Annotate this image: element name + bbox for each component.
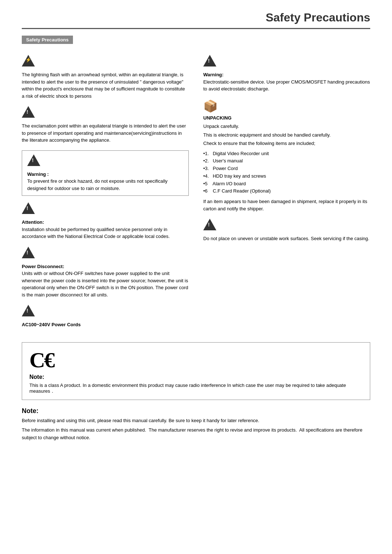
- attention-text: Installation should be performed by qual…: [22, 227, 170, 239]
- list-item: •6 C.F Card Reader (Optional): [203, 187, 370, 195]
- exclamation-triangle-icon-2: [27, 154, 40, 166]
- list-item: •5 Alarm I/O board: [203, 180, 370, 188]
- section-unstable-surface: Do not place on uneven or unstable work …: [203, 219, 370, 242]
- list-item: •2. User's manual: [203, 157, 370, 165]
- section-power-disconnect: Power Disconnect: Units with or without …: [22, 247, 189, 299]
- lightning-triangle-icon: [22, 55, 35, 66]
- ce-note-label: Note:: [29, 374, 363, 380]
- section-exclamation-text: The exclamation point within an equilate…: [22, 122, 189, 144]
- section-esd-warning: Warning: Electrostatic-sensitive device.…: [203, 55, 370, 93]
- unpacking-line2: This is electronic equipment and should …: [203, 132, 370, 139]
- section-ac-power: AC100~240V Power Cords: [22, 305, 189, 328]
- ce-note-text: This is a class A product. In a domestic…: [29, 383, 363, 395]
- unstable-surface-text: Do not place on uneven or unstable work …: [203, 235, 370, 242]
- esd-warning-label: Warning:: [203, 72, 224, 77]
- exclamation-triangle-icon-7: [203, 219, 216, 230]
- main-content: The lightning flash with an arrowhead sy…: [22, 55, 370, 335]
- list-item: •4. HDD tray key and screws: [203, 173, 370, 180]
- section-unpacking: 📦 UNPACKING Unpack carefully. This is el…: [203, 99, 370, 213]
- bottom-note-line2: The information in this manual was curre…: [22, 426, 370, 442]
- exclamation-triangle-icon-5: [22, 305, 35, 316]
- unpacking-after-text: If an item appears to have been damaged …: [203, 198, 370, 212]
- left-column: The lightning flash with an arrowhead sy…: [22, 55, 189, 335]
- bottom-note-line1: Before installing and using this unit, p…: [22, 417, 370, 425]
- ac-power-label: AC100~240V Power Cords: [22, 322, 81, 327]
- page: Safety Precautions Safety Precautions Th…: [0, 0, 392, 554]
- breadcrumb: Safety Precautions: [22, 36, 370, 51]
- section-lightning-text: The lightning flash with an arrowhead sy…: [22, 71, 189, 100]
- exclamation-triangle-icon-4: [22, 247, 35, 258]
- section-attention: Attention: Installation should be perfor…: [22, 202, 189, 240]
- bottom-note-label: Note:: [22, 407, 370, 415]
- section-exclamation: The exclamation point within an equilate…: [22, 106, 189, 144]
- exclamation-triangle-icon-3: [22, 202, 35, 214]
- unpacking-line3: Check to ensure that the following items…: [203, 140, 370, 147]
- exclamation-triangle-icon: [22, 106, 35, 118]
- warning-label: Warning :: [27, 171, 49, 177]
- warning-fire-text: To prevent fire or shock hazard, do not …: [27, 178, 168, 191]
- section-warning-fire: Warning : To prevent fire or shock hazar…: [22, 150, 189, 196]
- power-disconnect-label: Power Disconnect:: [22, 264, 64, 269]
- right-column: Warning: Electrostatic-sensitive device.…: [203, 55, 370, 335]
- exclamation-triangle-icon-6: [203, 55, 216, 66]
- ce-mark-icon: C€: [29, 349, 54, 371]
- unpacking-label: UNPACKING: [203, 115, 232, 121]
- attention-label: Attention:: [22, 219, 44, 225]
- box-icon: 📦: [203, 99, 370, 113]
- power-disconnect-text: Units with or without ON-OFF switches ha…: [22, 271, 188, 298]
- page-title: Safety Precautions: [22, 11, 370, 29]
- unpacking-line1: Unpack carefully.: [203, 123, 370, 130]
- section-lightning: The lightning flash with an arrowhead sy…: [22, 55, 189, 100]
- list-item: •1. Digital Video Recorder unit: [203, 150, 370, 158]
- unpacking-list: •1. Digital Video Recorder unit •2. User…: [203, 150, 370, 195]
- bottom-note-section: Note: Before installing and using this u…: [22, 407, 370, 442]
- ce-section: C€ Note: This is a class A product. In a…: [22, 342, 370, 400]
- esd-warning-text: Electrostatic-sensitive device. Use prop…: [203, 79, 370, 92]
- list-item: •3. Power Cord: [203, 165, 370, 173]
